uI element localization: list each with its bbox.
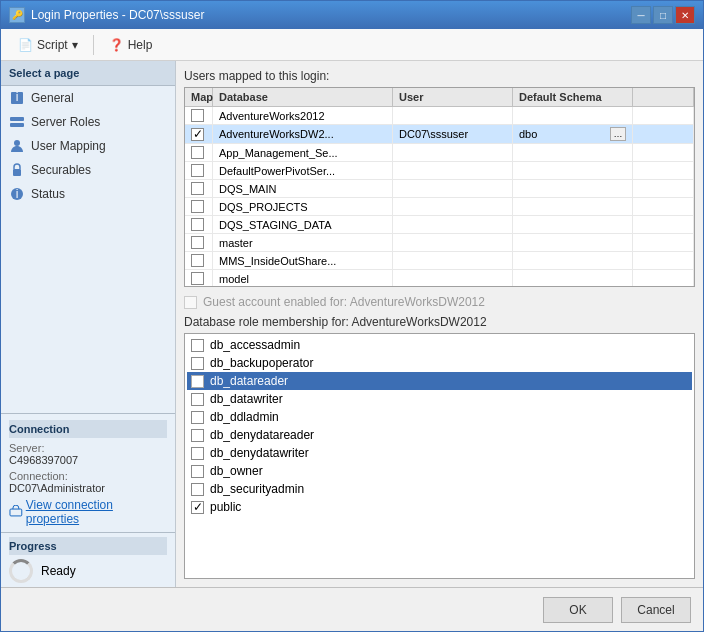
script-button[interactable]: 📄 Script ▾ [9,34,87,56]
role-item[interactable]: ✓ public [187,498,692,516]
map-cell[interactable] [185,252,213,269]
sidebar-item-general[interactable]: i General [1,86,175,110]
svg-rect-3 [10,123,24,127]
table-row[interactable]: master [185,234,694,252]
table-row[interactable]: DQS_STAGING_DATA [185,216,694,234]
progress-status: Ready [41,564,76,578]
schema-cell [513,180,633,197]
map-cell[interactable] [185,216,213,233]
map-checkbox[interactable] [191,218,204,231]
close-button[interactable]: ✕ [675,6,695,24]
map-cell[interactable] [185,198,213,215]
role-item[interactable]: db_denydatareader [187,426,692,444]
map-cell[interactable] [185,270,213,286]
map-cell[interactable]: ✓ [185,125,213,143]
sidebar-item-status-label: Status [31,187,65,201]
role-checkbox[interactable]: ✓ [191,375,204,388]
users-table: Map Database User Default Schema Adventu… [184,87,695,287]
role-checkbox[interactable] [191,393,204,406]
database-cell: DefaultPowerPivotSer... [213,162,393,179]
database-cell: DQS_MAIN [213,180,393,197]
sidebar-item-status[interactable]: i Status [1,182,175,206]
col-database: Database [213,88,393,106]
database-cell: MMS_InsideOutShare... [213,252,393,269]
sidebar-item-user-mapping[interactable]: User Mapping [1,134,175,158]
user-cell: DC07\sssuser [393,125,513,143]
map-checkbox[interactable] [191,272,204,285]
table-row[interactable]: DefaultPowerPivotSer... [185,162,694,180]
ok-button[interactable]: OK [543,597,613,623]
role-checkbox[interactable] [191,483,204,496]
role-checkbox[interactable] [191,447,204,460]
table-row[interactable]: model [185,270,694,286]
role-item[interactable]: ✓ db_datareader [187,372,692,390]
svg-text:i: i [16,187,19,201]
role-label: public [210,500,241,514]
map-checkbox[interactable] [191,182,204,195]
roles-container: db_accessadmin db_backupoperator ✓ db_da… [184,333,695,579]
role-label: db_backupoperator [210,356,313,370]
map-cell[interactable] [185,234,213,251]
securables-icon [9,162,25,178]
role-item[interactable]: db_owner [187,462,692,480]
table-row[interactable]: DQS_MAIN [185,180,694,198]
role-checkbox[interactable] [191,411,204,424]
sidebar-item-server-roles[interactable]: Server Roles [1,110,175,134]
minimize-button[interactable]: ─ [631,6,651,24]
role-label: db_denydatareader [210,428,314,442]
role-checkbox[interactable] [191,429,204,442]
table-row[interactable]: ✓ AdventureWorksDW2... DC07\sssuser dbo … [185,125,694,144]
connection-link-icon [9,505,23,519]
guest-checkbox[interactable] [184,296,197,309]
role-checkbox[interactable] [191,357,204,370]
cancel-button[interactable]: Cancel [621,597,691,623]
role-label: db_datareader [210,374,288,388]
map-cell[interactable] [185,107,213,124]
table-row[interactable]: MMS_InsideOutShare... [185,252,694,270]
users-mapped-label: Users mapped to this login: [184,69,695,83]
map-cell[interactable] [185,180,213,197]
extra-cell [633,107,694,124]
role-checkbox[interactable]: ✓ [191,501,204,514]
map-checkbox[interactable] [191,164,204,177]
role-item[interactable]: db_datawriter [187,390,692,408]
main-window: 🔑 Login Properties - DC07\sssuser ─ □ ✕ … [0,0,704,632]
svg-rect-8 [10,509,22,516]
map-cell[interactable] [185,162,213,179]
user-cell [393,216,513,233]
role-item[interactable]: db_backupoperator [187,354,692,372]
map-cell[interactable] [185,144,213,161]
table-row[interactable]: DQS_PROJECTS [185,198,694,216]
role-item[interactable]: db_ddladmin [187,408,692,426]
help-button[interactable]: ❓ Help [100,34,162,56]
table-row[interactable]: App_Management_Se... [185,144,694,162]
map-checkbox[interactable] [191,109,204,122]
window-icon: 🔑 [9,7,25,23]
extra-cell [633,144,694,161]
map-checkbox[interactable] [191,146,204,159]
database-cell: App_Management_Se... [213,144,393,161]
extra-cell [633,162,694,179]
schema-cell [513,162,633,179]
role-item[interactable]: db_denydatawriter [187,444,692,462]
role-checkbox[interactable] [191,339,204,352]
maximize-button[interactable]: □ [653,6,673,24]
role-checkbox[interactable] [191,465,204,478]
map-checkbox[interactable]: ✓ [191,128,204,141]
guest-account-label: Guest account enabled for: AdventureWork… [203,295,485,309]
schema-ellipsis-button[interactable]: … [610,127,626,141]
map-checkbox[interactable] [191,254,204,267]
view-connection-link[interactable]: View connection properties [9,498,167,526]
script-dropdown-icon: ▾ [72,38,78,52]
map-checkbox[interactable] [191,200,204,213]
role-item[interactable]: db_securityadmin [187,480,692,498]
sidebar-item-securables[interactable]: Securables [1,158,175,182]
map-checkbox[interactable] [191,236,204,249]
role-item[interactable]: db_accessadmin [187,336,692,354]
col-scroll [633,88,694,106]
connection-header: Connection [9,420,167,438]
general-icon: i [9,90,25,106]
col-schema: Default Schema [513,88,633,106]
user-cell [393,252,513,269]
table-row[interactable]: AdventureWorks2012 [185,107,694,125]
